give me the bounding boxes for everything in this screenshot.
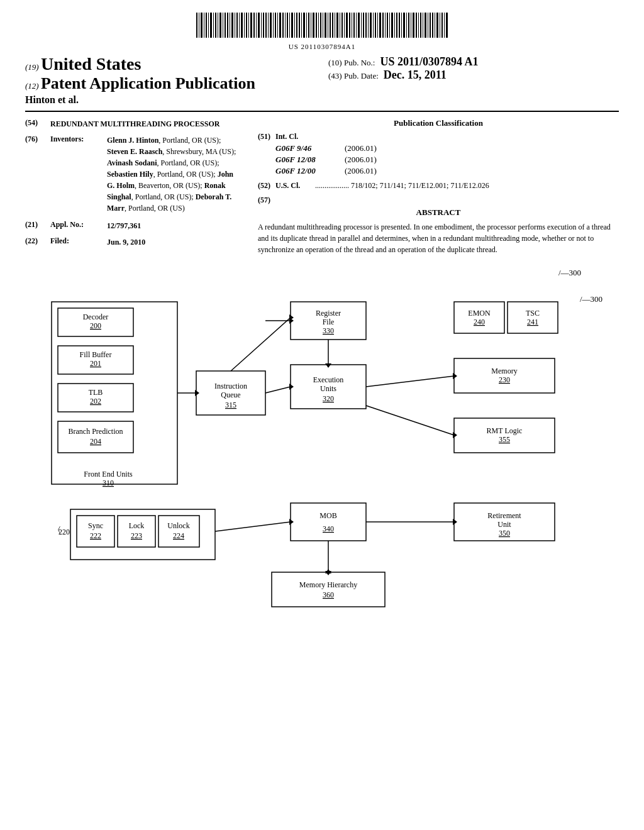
header-area: (19) United States (12) Patent Applicati… <box>25 54 619 106</box>
svg-marker-170 <box>289 384 294 390</box>
inventor-line: Hinton et al. <box>25 94 316 106</box>
svg-rect-21 <box>246 13 247 38</box>
field-76: (76) Inventors: Glenn J. Hinton, Portlan… <box>25 135 239 214</box>
svg-rect-28 <box>263 13 264 38</box>
svg-rect-164 <box>272 572 385 607</box>
svg-rect-103 <box>441 13 443 38</box>
svg-text:Memory: Memory <box>491 367 517 375</box>
svg-rect-64 <box>349 13 350 38</box>
header-divider <box>25 111 619 112</box>
int-cl-label: Int. Cl. <box>275 132 389 141</box>
svg-rect-87 <box>403 13 405 38</box>
svg-rect-62 <box>344 13 345 38</box>
int-cl-year-1: (2006.01) <box>345 143 389 153</box>
svg-rect-97 <box>428 13 428 38</box>
diagram-svg: Decoder 200 Fill Buffer 201 TLB 202 Bran… <box>39 283 605 635</box>
svg-rect-71 <box>365 13 367 38</box>
svg-rect-19 <box>241 13 243 38</box>
svg-rect-35 <box>279 13 281 38</box>
svg-rect-105 <box>446 13 448 38</box>
pub-date-line: (43) Pub. Date: Dec. 15, 2011 <box>328 69 619 82</box>
svg-rect-12 <box>225 13 226 38</box>
svg-rect-67 <box>356 13 357 38</box>
int-cl-code-2: G06F 12/08 <box>275 155 332 165</box>
svg-marker-184 <box>289 519 294 525</box>
svg-rect-88 <box>406 13 407 38</box>
svg-rect-59 <box>336 13 338 38</box>
page: US 20110307894A1 (19) United States (12)… <box>0 0 644 830</box>
int-cl-year-3: (2006.01) <box>345 166 389 176</box>
svg-rect-0 <box>196 13 197 38</box>
svg-rect-77 <box>379 13 381 38</box>
field-54-content: REDUNDANT MULTITHREADING PROCESSOR <box>50 118 239 130</box>
svg-rect-90 <box>411 13 411 38</box>
svg-rect-73 <box>370 13 372 38</box>
svg-rect-60 <box>340 13 340 38</box>
diagram-ref: /—300 <box>25 268 619 278</box>
svg-text:Instruction: Instruction <box>214 382 247 390</box>
svg-rect-96 <box>425 13 426 38</box>
int-cl-year-2: (2006.01) <box>345 155 389 165</box>
int-cl-code-1: G06F 9/46 <box>275 143 332 153</box>
svg-rect-26 <box>258 13 260 38</box>
svg-text:Unlock: Unlock <box>167 521 189 530</box>
svg-rect-65 <box>352 13 352 38</box>
svg-text:Lock: Lock <box>129 521 145 530</box>
svg-text:350: 350 <box>499 529 510 538</box>
svg-rect-99 <box>432 13 433 38</box>
svg-text:/—300: /—300 <box>580 294 602 304</box>
abstract-header: (57) <box>258 196 619 205</box>
svg-rect-74 <box>373 13 374 38</box>
field-76-label: Inventors: <box>50 135 101 214</box>
svg-text:Queue: Queue <box>221 390 240 399</box>
field-21-value: 12/797,361 <box>107 220 239 231</box>
svg-line-177 <box>366 406 454 435</box>
int-cl-row-2: G06F 12/08 (2006.01) <box>275 155 389 165</box>
barcode-image <box>196 13 448 38</box>
svg-rect-86 <box>401 13 402 38</box>
svg-rect-25 <box>256 13 257 38</box>
svg-rect-56 <box>330 13 331 38</box>
pub-number-line: (10) Pub. No.: US 2011/0307894 A1 <box>328 55 619 69</box>
svg-rect-82 <box>391 13 393 38</box>
field-54: (54) REDUNDANT MULTITHREADING PROCESSOR <box>25 118 239 130</box>
svg-rect-104 <box>444 13 445 38</box>
field-57-num: (57) <box>258 196 270 205</box>
header-left: (19) United States (12) Patent Applicati… <box>25 54 316 106</box>
field-21: (21) Appl. No.: 12/797,361 <box>25 220 239 231</box>
svg-rect-18 <box>239 13 240 38</box>
svg-rect-83 <box>394 13 395 38</box>
int-cl-code-3: G06F 12/00 <box>275 166 332 176</box>
field-52-value: .................. 718/102; 711/141; 711… <box>315 181 619 191</box>
svg-line-186 <box>231 318 291 371</box>
svg-rect-78 <box>382 13 384 38</box>
svg-rect-5 <box>208 13 209 38</box>
svg-rect-52 <box>320 13 321 38</box>
svg-text:Memory Hierarchy: Memory Hierarchy <box>299 580 357 589</box>
svg-text:Retirement: Retirement <box>487 511 521 520</box>
int-cl-row-3: G06F 12/00 (2006.01) <box>275 166 389 176</box>
svg-marker-172 <box>325 363 331 368</box>
svg-text:Decoder: Decoder <box>83 313 109 321</box>
svg-text:Branch Prediction: Branch Prediction <box>69 427 123 436</box>
int-cl-content: Int. Cl. G06F 9/46 (2006.01) G06F 12/08 … <box>275 132 389 177</box>
svg-rect-102 <box>440 13 440 38</box>
svg-rect-92 <box>416 13 417 38</box>
svg-rect-72 <box>368 13 369 38</box>
svg-rect-149 <box>291 503 366 541</box>
svg-rect-36 <box>282 13 284 38</box>
right-column: Publication Classification (51) Int. Cl.… <box>258 118 619 255</box>
svg-line-175 <box>366 376 454 387</box>
field-22: (22) Filed: Jun. 9, 2010 <box>25 236 239 248</box>
svg-text:230: 230 <box>499 375 510 384</box>
svg-rect-29 <box>265 13 267 38</box>
svg-text:File: File <box>323 318 335 326</box>
svg-text:Unit: Unit <box>497 520 511 529</box>
abstract-text: A redundant multithreading processor is … <box>258 221 619 255</box>
svg-rect-3 <box>204 13 204 38</box>
svg-text:320: 320 <box>323 394 334 403</box>
svg-rect-22 <box>248 13 249 38</box>
svg-rect-79 <box>385 13 386 38</box>
svg-text:240: 240 <box>474 318 485 326</box>
svg-rect-84 <box>396 13 397 38</box>
